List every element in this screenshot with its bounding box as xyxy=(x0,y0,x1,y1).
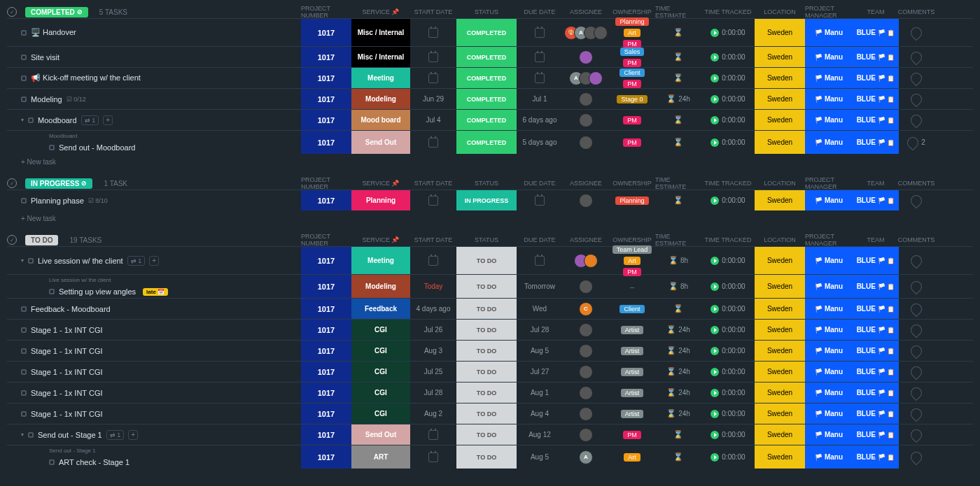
time-tracked[interactable]: 0:00:00 xyxy=(701,341,755,361)
task-row[interactable]: Stage 1 - 1x INT CGI1017CGIAug 3TO DOAug… xyxy=(7,340,973,361)
comments-cell[interactable] xyxy=(899,247,934,274)
new-task-button[interactable]: + New task xyxy=(7,154,973,170)
start-date[interactable] xyxy=(410,445,456,469)
pm-cell[interactable]: 🏳️Manu xyxy=(805,424,853,445)
due-date[interactable] xyxy=(517,47,563,67)
task-row[interactable]: ▾Live session w/ the client⇄ 1+1017Meeti… xyxy=(7,246,973,274)
task-row[interactable]: 🖥️ Handover1017Misc / InternalCOMPLETED🎨… xyxy=(7,18,973,46)
pm-cell[interactable]: 🏳️Manu xyxy=(805,320,853,340)
task-name-cell[interactable]: Planning phase☑ 8/10 xyxy=(7,190,301,210)
status-cell[interactable]: COMPLETED xyxy=(456,110,517,130)
column-header[interactable]: PROJECT MANAGER xyxy=(805,176,853,190)
column-header[interactable]: COMMENTS xyxy=(899,180,934,187)
play-icon[interactable] xyxy=(710,431,719,439)
time-tracked[interactable]: 0:00:00 xyxy=(701,362,755,382)
column-header[interactable]: COMMENTS xyxy=(899,8,934,15)
time-estimate[interactable]: ⌛ xyxy=(655,190,701,210)
column-header[interactable]: TIME TRACKED xyxy=(701,180,755,187)
assignee-cell[interactable] xyxy=(563,190,609,210)
column-header[interactable]: TEAM xyxy=(853,180,899,187)
time-tracked[interactable]: 0:00:00 xyxy=(701,320,755,340)
task-row[interactable]: Planning phase☑ 8/101017PlanningIN PROGR… xyxy=(7,190,973,210)
time-estimate[interactable]: ⌛24h xyxy=(655,403,701,424)
expand-icon[interactable]: ▾ xyxy=(21,117,24,123)
team-cell[interactable]: BLUE 🏳️ 📋 xyxy=(853,47,899,67)
due-date[interactable]: Aug 5 xyxy=(517,445,563,469)
due-date[interactable] xyxy=(517,68,563,88)
assignee-avatars[interactable] xyxy=(579,365,593,379)
team-cell[interactable]: BLUE 🏳️ 📋 xyxy=(853,275,899,298)
ownership-cell[interactable]: Artist xyxy=(609,403,655,424)
assignee-cell[interactable] xyxy=(563,320,609,340)
task-row[interactable]: Site visit1017Misc / InternalCOMPLETEDSa… xyxy=(7,46,973,67)
task-status-dot[interactable] xyxy=(21,30,27,36)
time-tracked[interactable]: 0:00:00 xyxy=(701,445,755,469)
service-cell[interactable]: ART xyxy=(351,445,410,469)
pm-cell[interactable]: 🏳️Manu xyxy=(805,131,853,154)
column-header[interactable]: TIME ESTIMATE xyxy=(655,176,701,190)
pm-cell[interactable]: 🏳️Manu xyxy=(805,341,853,361)
task-name-cell[interactable]: ▾Moodboard⇄ 1+ xyxy=(7,110,301,130)
task-status-dot[interactable] xyxy=(49,145,55,150)
time-tracked[interactable]: 0:00:00 xyxy=(701,383,755,403)
assignee-cell[interactable] xyxy=(563,424,609,445)
ownership-cell[interactable]: Artist xyxy=(609,362,655,382)
comments-cell[interactable] xyxy=(899,362,934,382)
assignee-avatars[interactable] xyxy=(579,113,593,127)
time-tracked[interactable]: 0:00:00 xyxy=(701,47,755,67)
column-header[interactable]: DUE DATE xyxy=(517,8,563,15)
comments-cell[interactable] xyxy=(899,299,934,319)
service-cell[interactable]: Misc / Internal xyxy=(351,47,410,67)
column-header[interactable]: STATUS xyxy=(456,236,517,243)
start-date[interactable] xyxy=(410,131,456,154)
task-status-dot[interactable] xyxy=(21,390,27,396)
service-cell[interactable]: Mood board xyxy=(351,110,410,130)
task-name-cell[interactable]: Live session w/ the clientSetting up vie… xyxy=(7,275,301,298)
location-cell[interactable]: Sweden xyxy=(755,247,805,274)
ownership-cell[interactable]: Artist xyxy=(609,341,655,361)
service-cell[interactable]: Send Out xyxy=(351,131,410,154)
service-cell[interactable]: Modeling xyxy=(351,89,410,109)
team-cell[interactable]: BLUE 🏳️ 📋 xyxy=(853,110,899,130)
group-status-pill[interactable]: COMPLETED ⊘ xyxy=(25,7,88,17)
task-status-dot[interactable] xyxy=(21,97,27,102)
location-cell[interactable]: Sweden xyxy=(755,320,805,340)
start-date[interactable] xyxy=(410,424,456,445)
service-cell[interactable]: CGI xyxy=(351,383,410,403)
column-header[interactable]: DUE DATE xyxy=(517,236,563,243)
time-estimate[interactable]: ⌛8h xyxy=(655,247,701,274)
status-cell[interactable]: TO DO xyxy=(456,299,517,319)
task-name-cell[interactable]: Modeling☑ 0/12 xyxy=(7,89,301,109)
assignee-cell[interactable] xyxy=(563,89,609,109)
time-estimate[interactable]: ⌛ xyxy=(655,299,701,319)
assignee-avatars[interactable] xyxy=(579,386,593,400)
task-row[interactable]: Send out - Stage 1ART check - Stage 1101… xyxy=(7,445,973,469)
assignee-avatars[interactable] xyxy=(579,428,593,442)
time-estimate[interactable]: ⌛24h xyxy=(655,362,701,382)
assignee-cell[interactable] xyxy=(563,110,609,130)
add-subtask-button[interactable]: + xyxy=(128,430,138,440)
ownership-cell[interactable]: PM xyxy=(609,110,655,130)
status-cell[interactable]: TO DO xyxy=(456,362,517,382)
team-cell[interactable]: BLUE 🏳️ 📋 xyxy=(853,341,899,361)
column-header[interactable]: OWNERSHIP xyxy=(609,236,655,243)
column-header[interactable]: DUE DATE xyxy=(517,180,563,187)
status-cell[interactable]: IN PROGRESS xyxy=(456,190,517,210)
task-status-dot[interactable] xyxy=(21,369,27,375)
column-header[interactable]: PROJECT NUMBER xyxy=(301,176,351,190)
status-cell[interactable]: COMPLETED xyxy=(456,68,517,88)
assignee-cell[interactable] xyxy=(563,362,609,382)
task-status-dot[interactable] xyxy=(21,55,27,60)
status-cell[interactable]: TO DO xyxy=(456,383,517,403)
time-tracked[interactable]: 0:00:00 xyxy=(701,89,755,109)
subtask-count[interactable]: ⇄ 1 xyxy=(81,115,99,125)
time-tracked[interactable]: 0:00:00 xyxy=(701,403,755,424)
status-cell[interactable]: COMPLETED xyxy=(456,89,517,109)
pm-cell[interactable]: 🏳️Manu xyxy=(805,445,853,469)
location-cell[interactable]: Sweden xyxy=(755,110,805,130)
assignee-avatars[interactable]: C xyxy=(579,302,593,316)
time-estimate[interactable]: ⌛8h xyxy=(655,275,701,298)
pm-cell[interactable]: 🏳️Manu xyxy=(805,299,853,319)
due-date[interactable]: 5 days ago xyxy=(517,131,563,154)
time-estimate[interactable]: ⌛ xyxy=(655,19,701,46)
